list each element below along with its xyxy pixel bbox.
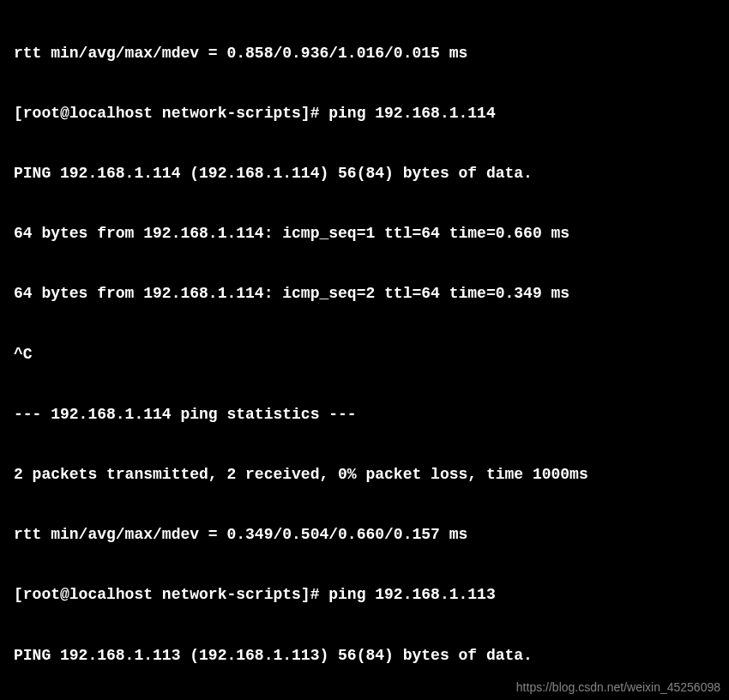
terminal-line: 64 bytes from 192.168.1.114: icmp_seq=1 … (14, 224, 715, 244)
terminal-line: PING 192.168.1.113 (192.168.1.113) 56(84… (14, 646, 715, 666)
terminal-line: [root@localhost network-scripts]# ping 1… (14, 104, 715, 124)
terminal-line: --- 192.168.1.114 ping statistics --- (14, 405, 715, 425)
terminal-line: rtt min/avg/max/mdev = 0.349/0.504/0.660… (14, 525, 715, 545)
terminal-line: 64 bytes from 192.168.1.114: icmp_seq=2 … (14, 284, 715, 304)
terminal-line: rtt min/avg/max/mdev = 0.858/0.936/1.016… (14, 44, 715, 63)
terminal-line: 2 packets transmitted, 2 received, 0% pa… (14, 465, 715, 485)
terminal-line: [root@localhost network-scripts]# ping 1… (14, 585, 715, 605)
terminal-output[interactable]: rtt min/avg/max/mdev = 0.858/0.936/1.016… (14, 3, 715, 700)
terminal-line: ^C (14, 345, 715, 365)
watermark-text: https://blog.csdn.net/weixin_45256098 (516, 679, 720, 695)
terminal-line: PING 192.168.1.114 (192.168.1.114) 56(84… (14, 164, 715, 184)
